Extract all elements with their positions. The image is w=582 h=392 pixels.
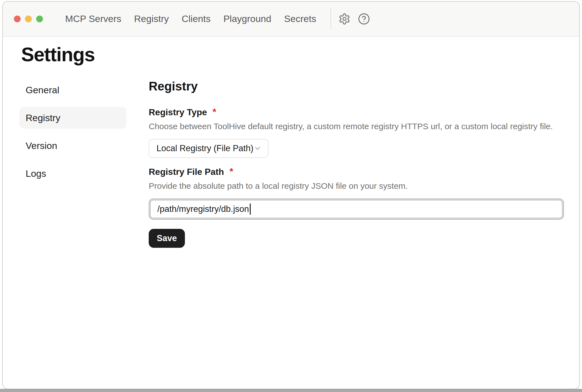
save-button[interactable]: Save	[149, 229, 185, 248]
registry-type-selected-value: Local Registry (File Path)	[156, 143, 253, 153]
registry-type-help-text: Choose between ToolHive default registry…	[149, 121, 564, 132]
registry-type-label: Registry Type	[149, 107, 207, 118]
settings-page: Settings General Registry Version Logs R…	[3, 37, 579, 248]
sidebar-item-logs[interactable]: Logs	[19, 163, 126, 184]
minimize-window-button[interactable]	[25, 16, 32, 22]
help-icon[interactable]	[358, 13, 370, 25]
close-window-button[interactable]	[14, 16, 21, 22]
registry-settings-panel: Registry Registry Type * Choose between …	[149, 79, 564, 248]
zoom-window-button[interactable]	[36, 16, 43, 22]
registry-file-path-help-text: Provide the absolute path to a local reg…	[149, 181, 564, 191]
registry-file-path-input[interactable]: /path/myregistry/db.json	[150, 200, 562, 218]
titlebar-icons	[338, 13, 370, 25]
page-title: Settings	[21, 43, 579, 66]
titlebar: MCP Servers Registry Clients Playground …	[3, 2, 579, 37]
nav-item-registry[interactable]: Registry	[134, 14, 169, 24]
nav-item-playground[interactable]: Playground	[223, 14, 271, 24]
section-heading: Registry	[149, 79, 564, 94]
registry-type-label-row: Registry Type *	[149, 107, 564, 118]
registry-file-path-label-row: Registry File Path *	[149, 166, 564, 177]
registry-file-path-value: /path/myregistry/db.json	[157, 204, 249, 214]
gear-icon[interactable]	[338, 13, 351, 25]
registry-file-path-input-focus-ring: /path/myregistry/db.json	[149, 199, 564, 220]
nav-item-clients[interactable]: Clients	[182, 14, 211, 24]
sidebar-item-version[interactable]: Version	[19, 135, 126, 156]
main-nav: MCP Servers Registry Clients Playground …	[65, 14, 316, 24]
required-asterisk: *	[229, 166, 233, 176]
sidebar-item-general[interactable]: General	[19, 79, 126, 101]
nav-item-mcp-servers[interactable]: MCP Servers	[65, 14, 121, 24]
registry-type-select[interactable]: Local Registry (File Path)	[149, 139, 268, 158]
app-window: MCP Servers Registry Clients Playground …	[2, 1, 580, 389]
settings-sidebar: General Registry Version Logs	[19, 79, 126, 248]
required-asterisk: *	[212, 107, 216, 117]
sidebar-item-registry[interactable]: Registry	[19, 107, 126, 129]
traffic-lights	[14, 16, 43, 22]
registry-file-path-label: Registry File Path	[149, 166, 224, 177]
text-caret	[250, 204, 251, 215]
chevron-down-icon	[253, 144, 262, 153]
nav-item-secrets[interactable]: Secrets	[284, 14, 316, 24]
titlebar-divider	[331, 8, 331, 30]
screen-bottom-strip	[0, 389, 582, 392]
